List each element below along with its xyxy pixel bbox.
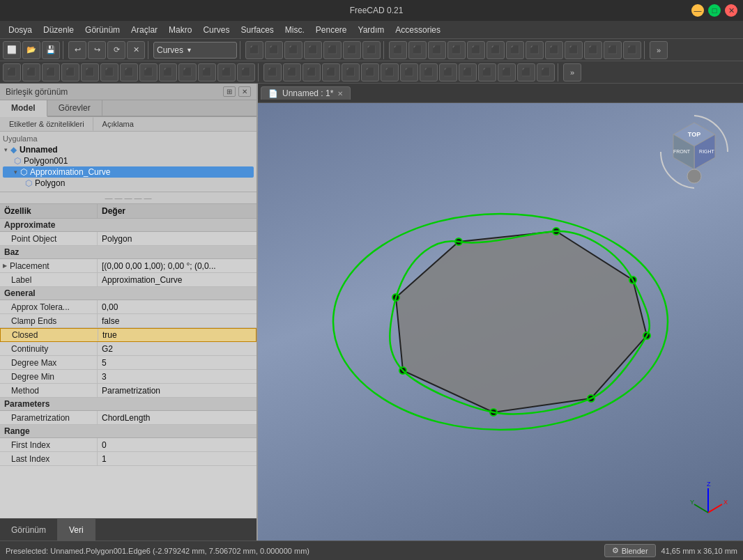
viewport-tab-unnamed[interactable]: 📄 Unnamed : 1* ✕ [261,86,351,100]
t2-6[interactable]: ⬛ [100,63,118,81]
tab-gorunum[interactable]: Görünüm [0,519,58,540]
menu-item-dosya[interactable]: Dosya [3,24,38,36]
prop-row-degree-min[interactable]: Degree Min 3 [0,370,256,384]
menu-item-misc.[interactable]: Misc. [279,24,310,36]
view10[interactable]: ⬛ [565,41,583,59]
t2-3[interactable]: ⬛ [42,63,60,81]
tab-tasks[interactable]: Görevler [47,100,102,116]
menu-item-yardım[interactable]: Yardım [353,24,390,36]
t2-26[interactable]: ⬛ [498,63,516,81]
t2-more[interactable]: » [563,63,581,81]
prop-row-parametrization[interactable]: Parametrization ChordLength [0,411,256,425]
view3[interactable]: ⬛ [428,41,446,59]
refresh-button[interactable]: ⟳ [107,41,125,59]
view7[interactable]: ⬛ [506,41,524,59]
panel-expand-button[interactable]: ⊞ [223,86,236,97]
close-window-button[interactable]: ✕ [725,4,737,17]
t2-17[interactable]: ⬛ [322,63,340,81]
t2-2[interactable]: ⬛ [22,63,40,81]
t2-5[interactable]: ⬛ [81,63,99,81]
tb5[interactable]: ⬛ [323,41,342,59]
prop-row-last-index[interactable]: Last Index 1 [0,452,256,466]
prop-row-label[interactable]: Label Approximation_Curve [0,273,256,287]
menu-item-araçlar[interactable]: Araçlar [125,24,163,36]
view2[interactable]: ⬛ [408,41,427,59]
undo-button[interactable]: ↩ [68,41,86,59]
t2-23[interactable]: ⬛ [439,63,457,81]
maximize-button[interactable]: □ [708,4,721,17]
tb7[interactable]: ⬛ [362,41,381,59]
t2-9[interactable]: ⬛ [159,63,177,81]
viewport[interactable]: TOP RIGHT FRONT [258,103,743,540]
view5[interactable]: ⬛ [467,41,485,59]
prop-row-method[interactable]: Method Parametrization [0,384,256,398]
t2-20[interactable]: ⬛ [381,63,399,81]
t2-10[interactable]: ⬛ [178,63,197,81]
t2-1[interactable]: ⬛ [3,63,21,81]
tb2[interactable]: ⬛ [265,41,283,59]
t2-27[interactable]: ⬛ [517,63,535,81]
prop-row-clamp-ends[interactable]: Clamp Ends false [0,314,256,328]
open-button[interactable]: 📂 [22,41,40,59]
tree-item-polygon001[interactable]: ⬡ Polygon001 [3,155,254,166]
menu-item-curves[interactable]: Curves [197,24,235,36]
tree-item-approx-curve[interactable]: ▾ ⬡ Approximation_Curve [3,166,254,178]
prop-row-placement[interactable]: ▶ Placement [(0,00 0,00 1,00); 0,00 °; (… [0,259,256,273]
workbench-dropdown[interactable]: Curves ▼ [153,42,237,59]
t2-14[interactable]: ⬛ [263,63,282,81]
new-button[interactable]: ⬜ [3,41,21,59]
prop-row-closed[interactable]: Closed true [0,328,256,342]
prop-row-continuity[interactable]: Continuity G2 [0,342,256,356]
t2-28[interactable]: ⬛ [537,63,555,81]
t2-21[interactable]: ⬛ [400,63,418,81]
view6[interactable]: ⬛ [487,41,505,59]
save-button[interactable]: 💾 [42,41,60,59]
view1[interactable]: ⬛ [389,41,407,59]
tab-model[interactable]: Model [0,100,47,117]
blender-button[interactable]: ⚙ Blender [604,544,656,557]
tb6[interactable]: ⬛ [343,41,361,59]
view11[interactable]: ⬛ [584,41,602,59]
minimize-button[interactable]: — [691,4,704,17]
t2-7[interactable]: ⬛ [120,63,138,81]
tree-item-unnamed[interactable]: ▾ ◆ Unnamed [3,144,254,155]
view13[interactable]: ⬛ [623,41,641,59]
viewport-tab-close[interactable]: ✕ [337,90,343,98]
tab-veri[interactable]: Veri [58,519,95,540]
view12[interactable]: ⬛ [604,41,622,59]
t2-12[interactable]: ⬛ [217,63,236,81]
redo-button[interactable]: ↪ [88,41,106,59]
panel-close-button[interactable]: ✕ [238,86,251,97]
prop-tab-description[interactable]: Açıklama [93,117,143,131]
t2-8[interactable]: ⬛ [139,63,158,81]
t2-15[interactable]: ⬛ [283,63,301,81]
menu-item-pencere[interactable]: Pencere [310,24,353,36]
prop-row-point-object[interactable]: Point Object Polygon [0,232,256,246]
prop-row-degree-max[interactable]: Degree Max 5 [0,356,256,370]
prop-row-first-index[interactable]: First Index 0 [0,438,256,452]
t2-18[interactable]: ⬛ [342,63,360,81]
tb3[interactable]: ⬛ [284,41,302,59]
t2-22[interactable]: ⬛ [420,63,438,81]
view8[interactable]: ⬛ [526,41,544,59]
tb4[interactable]: ⬛ [304,41,322,59]
t2-13[interactable]: ⬛ [237,63,255,81]
view4[interactable]: ⬛ [447,41,466,59]
prop-row-approx-tolera[interactable]: Approx Tolera... 0,00 [0,300,256,314]
t2-11[interactable]: ⬛ [198,63,216,81]
menu-item-surfaces[interactable]: Surfaces [235,24,279,36]
t2-19[interactable]: ⬛ [361,63,379,81]
stop-button[interactable]: ✕ [127,41,145,59]
t2-4[interactable]: ⬛ [61,63,79,81]
view9[interactable]: ⬛ [545,41,563,59]
menu-item-düzenle[interactable]: Düzenle [38,24,79,36]
t2-16[interactable]: ⬛ [302,63,321,81]
menu-item-görünüm[interactable]: Görünüm [79,24,125,36]
t2-24[interactable]: ⬛ [459,63,477,81]
menu-item-accessories[interactable]: Accessories [390,24,446,36]
tb1[interactable]: ⬛ [245,41,263,59]
menu-item-makro[interactable]: Makro [163,24,197,36]
t2-25[interactable]: ⬛ [478,63,496,81]
tree-item-polygon[interactable]: ⬡ Polygon [3,178,254,189]
more-button[interactable]: » [650,41,668,59]
